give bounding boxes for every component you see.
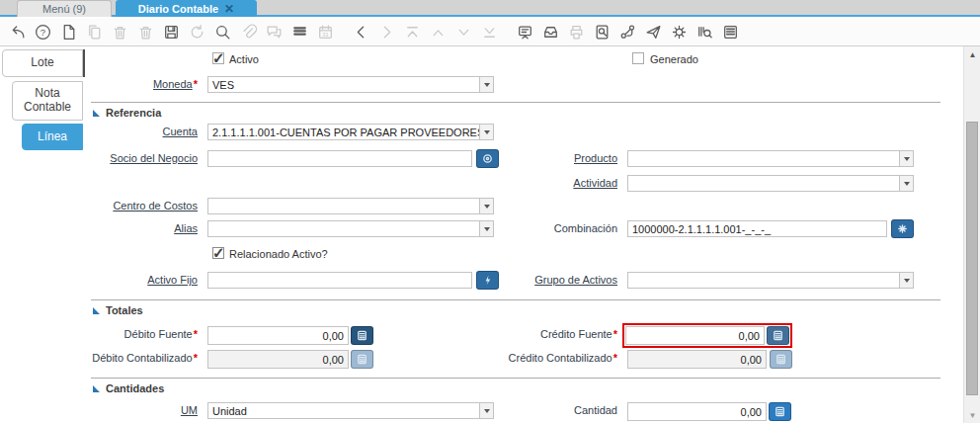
um-label[interactable]: UM [87, 402, 198, 419]
credito-fuente-input[interactable]: 0,00 [625, 326, 765, 345]
centro-costos-label[interactable]: Centro de Costos [87, 198, 198, 214]
toolbar: ?31 [0, 19, 980, 46]
grupo-activos-label[interactable]: Grupo de Activos [502, 272, 617, 289]
collapse-icon[interactable] [93, 110, 100, 117]
chevron-down-icon[interactable] [899, 151, 913, 166]
chevron-down-icon[interactable] [479, 125, 493, 139]
copy-record-icon [85, 23, 104, 42]
scroll-up-icon[interactable]: ▲ [964, 46, 980, 62]
print-preview-icon[interactable] [721, 23, 740, 42]
debito-fuente-input[interactable]: 0,00 [207, 326, 349, 345]
chevron-down-icon[interactable] [479, 199, 493, 213]
actividad-label[interactable]: Actividad [502, 175, 617, 192]
section-totales: Totales [93, 304, 143, 316]
sidebar-tab-linea[interactable]: Línea [22, 124, 83, 150]
grupo-activos-combobox[interactable] [627, 272, 914, 289]
cuenta-combobox[interactable]: 2.1.1.1.1.001-CUENTAS POR PAGAR PROVEEDO… [207, 124, 494, 140]
cantidad-calculator-button[interactable] [769, 402, 791, 421]
debito-contabilizado-input: 0,00 [207, 350, 349, 369]
debito-fuente-calculator-button[interactable] [351, 326, 373, 345]
chevron-down-icon[interactable] [479, 403, 493, 418]
app-window: Menú (9) Diario Contable ✕ ?31 Lote Nota… [0, 0, 980, 423]
moneda-label[interactable]: Moneda* [87, 76, 198, 93]
chat-icon [265, 23, 284, 42]
credito-fuente-label: Crédito Fuente* [502, 326, 617, 343]
chevron-down-icon[interactable] [479, 77, 493, 92]
chevron-down-icon[interactable] [899, 176, 913, 191]
delete-selection-icon [136, 23, 155, 42]
section-cantidades: Cantidades [93, 382, 164, 394]
cantidad-input[interactable]: 0,00 [627, 402, 767, 421]
activo-fijo-input[interactable] [207, 272, 472, 289]
sidebar-tab-lote[interactable]: Lote [2, 49, 83, 77]
tab-diario-contable[interactable]: Diario Contable ✕ [116, 0, 257, 17]
sidebar-tab-nota-contable[interactable]: Nota Contable [12, 81, 83, 121]
print-icon [567, 23, 586, 42]
combinacion-label: Combinación [502, 220, 617, 237]
combinacion-edit-button[interactable] [891, 219, 914, 238]
producto-label[interactable]: Producto [502, 150, 617, 167]
close-icon[interactable]: ✕ [224, 2, 234, 16]
collapse-icon[interactable] [93, 307, 100, 314]
tab-sidebar: Lote Nota Contable Línea [0, 46, 87, 423]
calculator-icon [772, 329, 784, 342]
credito-fuente-calculator-button[interactable] [767, 326, 789, 345]
svg-text:?: ? [41, 27, 45, 38]
activo-fijo-label[interactable]: Activo Fijo [87, 272, 198, 289]
calculator-icon [774, 405, 786, 418]
section-divider [91, 102, 940, 103]
actividad-combobox[interactable] [627, 175, 914, 192]
collapse-icon[interactable] [93, 385, 100, 392]
activo-checkbox[interactable]: ✓ [212, 52, 224, 64]
centro-costos-combobox[interactable] [207, 198, 494, 214]
socio-negocio-label[interactable]: Socio del Negocio [87, 150, 198, 167]
preference-icon[interactable] [670, 23, 689, 42]
help-icon[interactable]: ? [34, 23, 52, 42]
archive-icon[interactable] [541, 23, 560, 42]
credito-contabilizado-input: 0,00 [627, 350, 767, 369]
section-referencia: Referencia [93, 107, 161, 119]
account-combination-icon [896, 222, 909, 235]
report-icon[interactable] [593, 23, 612, 42]
window-tabbar: Menú (9) Diario Contable ✕ [0, 0, 980, 17]
lightning-icon [481, 274, 494, 287]
find-icon[interactable] [213, 23, 232, 42]
calculator-icon [775, 353, 787, 366]
relacionado-activo-checkbox[interactable]: ✓ [212, 247, 224, 259]
workflow-icon[interactable] [618, 23, 637, 42]
activo-fijo-button[interactable] [476, 271, 499, 290]
scrollbar-thumb[interactable] [966, 122, 978, 395]
generado-checkbox[interactable] [632, 52, 644, 64]
socio-negocio-input[interactable] [207, 150, 472, 167]
um-combobox[interactable]: Unidad [207, 402, 494, 419]
detail-back-icon[interactable] [352, 23, 370, 42]
next-record-icon [454, 23, 473, 42]
moneda-combobox[interactable]: VES [207, 76, 494, 93]
producto-combobox[interactable] [627, 150, 914, 167]
calculator-icon [356, 353, 368, 366]
grid-toggle-icon[interactable] [290, 23, 309, 42]
tab-menu[interactable]: Menú (9) [17, 0, 112, 17]
save-icon[interactable] [162, 23, 181, 42]
cantidad-label: Cantidad [502, 402, 617, 419]
new-record-icon[interactable] [59, 23, 78, 42]
chevron-down-icon[interactable] [479, 221, 493, 236]
alias-combobox[interactable] [207, 220, 494, 237]
product-info-icon[interactable] [695, 23, 714, 42]
last-record-icon [480, 23, 499, 42]
socio-negocio-search-button[interactable] [476, 149, 499, 168]
combinacion-input[interactable]: 1000000-2.1.1.1.1.001-_-_-_ [627, 220, 887, 237]
svg-text:31: 31 [322, 32, 328, 38]
chevron-down-icon[interactable] [899, 273, 913, 288]
section-divider [91, 299, 940, 300]
debito-fuente-label: Débito Fuente* [87, 326, 198, 343]
undo-icon[interactable] [8, 23, 27, 42]
alias-label[interactable]: Alias [87, 220, 198, 237]
send-mail-icon[interactable] [644, 23, 663, 42]
vertical-scrollbar[interactable]: ▲ ▼ [963, 46, 980, 423]
refresh-icon [188, 23, 206, 42]
parent-record-icon[interactable] [516, 23, 534, 42]
previous-record-icon [429, 23, 448, 42]
cuenta-label[interactable]: Cuenta [87, 124, 198, 140]
scroll-down-icon[interactable]: ▼ [964, 407, 980, 423]
